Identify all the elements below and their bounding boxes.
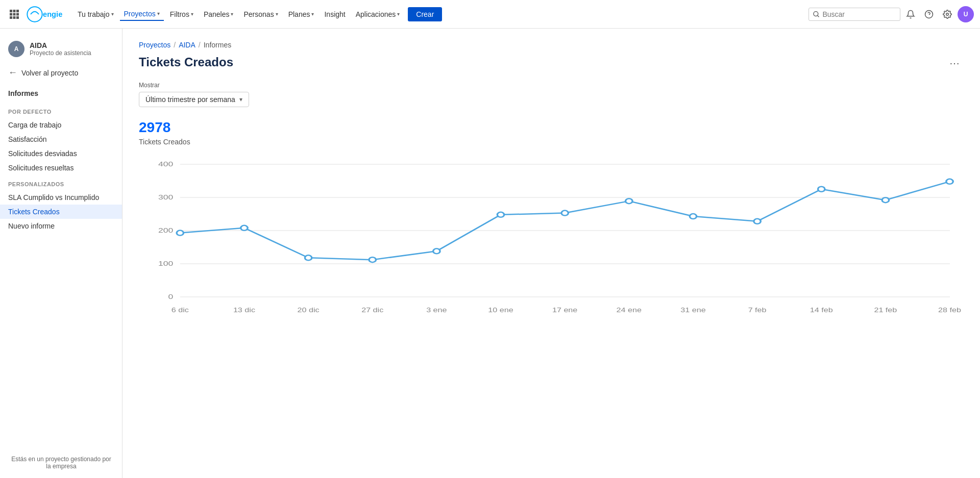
svg-point-15 (946, 13, 949, 15)
sidebar-section-personalizados: PERSONALIZADOS (0, 175, 122, 190)
back-icon: ← (8, 67, 17, 78)
svg-text:400: 400 (158, 160, 173, 167)
svg-point-35 (754, 219, 761, 224)
svg-text:28 feb: 28 feb (938, 307, 961, 313)
svg-point-9 (27, 7, 42, 21)
chevron-down-icon: ▾ (231, 11, 233, 17)
topnav: engie Tu trabajo ▾ Proyectos ▾ Filtros ▾… (0, 0, 980, 29)
nav-insight[interactable]: Insight (320, 8, 349, 20)
svg-rect-2 (16, 10, 19, 12)
nav-paneles[interactable]: Paneles ▾ (200, 8, 238, 20)
svg-point-29 (369, 257, 376, 262)
chevron-down-icon: ▾ (191, 11, 193, 17)
project-subtitle: Proyecto de asistencia (30, 49, 91, 57)
sidebar-item-sla[interactable]: SLA Cumplido vs Incumplido (0, 190, 122, 205)
help-icon[interactable] (921, 6, 937, 22)
svg-point-36 (818, 187, 825, 192)
chart-container: 400 300 200 100 0 (139, 154, 964, 328)
svg-point-37 (882, 197, 889, 203)
svg-text:engie: engie (43, 10, 62, 18)
sidebar-item-resueltas[interactable]: Solicitudes resueltas (0, 161, 122, 175)
nav-tu-trabajo[interactable]: Tu trabajo ▾ (74, 8, 118, 20)
sidebar-item-tickets-creados[interactable]: Tickets Creados (0, 205, 122, 219)
nav-planes[interactable]: Planes ▾ (284, 8, 318, 20)
svg-text:20 dic: 20 dic (298, 307, 320, 313)
svg-point-26 (177, 231, 183, 236)
main-content: Proyectos / AIDA / Informes Tickets Crea… (122, 29, 980, 478)
sidebar-heading-informes: Informes (0, 86, 122, 100)
svg-point-30 (433, 248, 440, 254)
settings-icon[interactable] (939, 6, 955, 22)
search-input[interactable] (822, 10, 896, 18)
sidebar-footer: Estás en un proyecto gestionado por la e… (0, 447, 122, 478)
create-button[interactable]: Crear (408, 7, 442, 21)
filter-dropdown[interactable]: Último trimestre por semana ▾ (139, 92, 249, 107)
breadcrumb-proyectos[interactable]: Proyectos (139, 41, 170, 49)
breadcrumb-informes: Informes (204, 41, 231, 49)
page-header: Tickets Creados ⋯ (139, 55, 964, 71)
svg-point-27 (241, 225, 248, 231)
line-chart: 400 300 200 100 0 (139, 154, 964, 328)
svg-text:300: 300 (158, 193, 173, 200)
metric-label: Tickets Creados (139, 138, 964, 146)
sidebar: A AIDA Proyecto de asistencia ← Volver a… (0, 29, 122, 478)
svg-text:10 ene: 10 ene (488, 307, 513, 313)
search-box[interactable] (808, 8, 900, 21)
search-icon (813, 11, 819, 18)
svg-text:7 feb: 7 feb (748, 307, 767, 313)
chevron-down-icon: ▾ (111, 11, 114, 17)
svg-rect-7 (13, 16, 16, 19)
svg-rect-3 (10, 13, 12, 15)
breadcrumb-aida[interactable]: AIDA (179, 41, 195, 49)
svg-text:100: 100 (158, 260, 173, 267)
grid-menu-icon[interactable] (6, 6, 22, 22)
svg-text:200: 200 (158, 227, 173, 234)
back-to-project-link[interactable]: ← Volver al proyecto (0, 63, 122, 82)
sidebar-section-por-defecto: POR DEFECTO (0, 103, 122, 118)
chevron-down-icon: ▾ (276, 11, 278, 17)
chart-area: 400 300 200 100 0 (139, 154, 964, 328)
filter-section: Mostrar Último trimestre por semana ▾ (139, 82, 964, 107)
sidebar-item-nuevo-informe[interactable]: Nuevo informe (0, 219, 122, 233)
svg-text:6 dic: 6 dic (172, 307, 189, 313)
svg-rect-0 (10, 10, 12, 12)
svg-text:24 ene: 24 ene (617, 307, 642, 313)
svg-point-33 (626, 198, 632, 204)
svg-text:14 feb: 14 feb (810, 307, 833, 313)
avatar: A (8, 41, 24, 57)
more-options-button[interactable]: ⋯ (945, 55, 964, 71)
svg-text:17 ene: 17 ene (552, 307, 577, 313)
svg-point-34 (690, 214, 696, 219)
svg-text:13 dic: 13 dic (233, 307, 255, 313)
svg-rect-1 (13, 10, 16, 12)
svg-rect-6 (10, 16, 12, 19)
svg-point-28 (305, 255, 311, 260)
sidebar-item-desviadas[interactable]: Solicitudes desviadas (0, 146, 122, 161)
svg-point-38 (946, 179, 953, 184)
nav-filtros[interactable]: Filtros ▾ (166, 8, 198, 20)
filter-label: Mostrar (139, 82, 964, 89)
chevron-down-icon: ▾ (157, 11, 160, 16)
nav-proyectos[interactable]: Proyectos ▾ (120, 8, 164, 21)
breadcrumb: Proyectos / AIDA / Informes (139, 41, 964, 49)
svg-line-12 (818, 15, 819, 17)
chevron-down-icon: ▾ (397, 11, 400, 17)
chevron-down-icon: ▾ (239, 96, 242, 103)
notifications-icon[interactable] (902, 6, 919, 22)
nav-aplicaciones[interactable]: Aplicaciones ▾ (352, 8, 404, 20)
svg-text:0: 0 (168, 293, 174, 300)
metric-section: 2978 Tickets Creados (139, 119, 964, 146)
project-name: AIDA (30, 41, 91, 49)
svg-point-11 (814, 11, 818, 16)
metric-value: 2978 (139, 119, 964, 136)
sidebar-project-header: A AIDA Proyecto de asistencia (0, 37, 122, 63)
nav-personas[interactable]: Personas ▾ (239, 8, 282, 20)
chevron-down-icon: ▾ (311, 11, 314, 17)
app-logo: engie (27, 5, 67, 23)
sidebar-item-carga[interactable]: Carga de trabajo (0, 118, 122, 132)
page-title: Tickets Creados (139, 55, 233, 69)
avatar-icon[interactable]: U (958, 6, 974, 22)
svg-rect-8 (16, 16, 19, 19)
svg-rect-5 (16, 13, 19, 15)
sidebar-item-satisfaccion[interactable]: Satisfacción (0, 132, 122, 146)
